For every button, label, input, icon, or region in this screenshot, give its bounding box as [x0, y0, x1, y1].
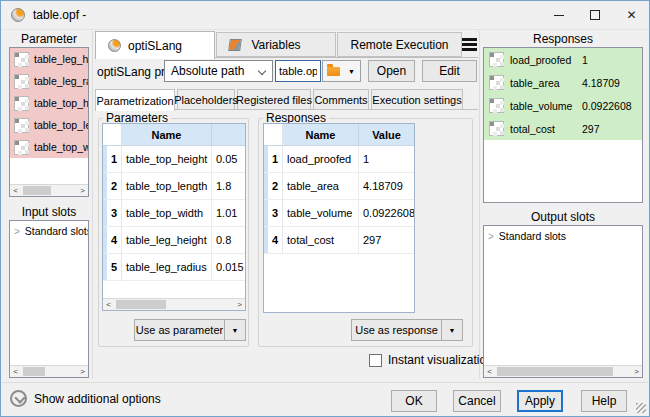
value-cell[interactable]: 1 [359, 146, 414, 173]
corner-header-cell[interactable] [103, 124, 122, 146]
right-splitter[interactable] [479, 31, 480, 379]
response-list-item[interactable]: load_proofed 1 [484, 48, 642, 71]
scroll-left-icon[interactable]: < [10, 185, 21, 196]
scroll-left-icon[interactable]: < [10, 366, 21, 377]
value-cell[interactable]: 4.18709 [359, 173, 414, 200]
tab-execution-settings[interactable]: Execution settings [371, 89, 463, 110]
scrollbar-thumb[interactable] [497, 367, 613, 376]
name-cell[interactable]: table_top_width [122, 200, 212, 227]
parameter-list-item[interactable]: table_leg_radius [10, 70, 88, 92]
tab-remote-execution[interactable]: Remote Execution [337, 32, 462, 57]
row-header[interactable]: 3 [103, 200, 122, 227]
parameter-list-item[interactable]: table_leg_height [10, 48, 88, 70]
name-cell[interactable]: table_area [283, 173, 359, 200]
instant-visualization-checkbox[interactable] [369, 354, 382, 367]
show-additional-options-label[interactable]: Show additional options [34, 392, 161, 406]
cancel-button[interactable]: Cancel [453, 390, 501, 412]
name-cell[interactable]: total_cost [283, 227, 359, 254]
tree-expander-icon[interactable]: > [488, 231, 494, 242]
scrollbar-thumb[interactable] [23, 186, 51, 195]
response-list-item[interactable]: table_area 4.18709 [484, 71, 642, 94]
input-slots-hscrollbar[interactable]: < > [10, 365, 88, 377]
name-cell[interactable]: load_proofed [283, 146, 359, 173]
parameters-table-hscrollbar[interactable]: < > [103, 298, 245, 310]
apply-button[interactable]: Apply [517, 390, 563, 412]
name-column-header[interactable]: Name [283, 124, 359, 146]
value-cell[interactable]: 0.8 [212, 227, 245, 254]
tree-expander-icon[interactable]: > [14, 226, 20, 237]
scroll-left-icon[interactable]: < [484, 366, 495, 377]
row-header[interactable]: 3 [264, 200, 283, 227]
name-cell[interactable]: table_leg_radius [122, 254, 212, 281]
use-as-response-dropdown[interactable]: ▼ [442, 319, 463, 341]
parameter-list-hscrollbar[interactable]: < > [10, 184, 88, 196]
tab-placeholders[interactable]: Placeholders [177, 89, 235, 110]
ok-button[interactable]: OK [391, 390, 437, 412]
parameter-grid-icon [14, 52, 29, 67]
menu-hamburger-icon[interactable] [462, 38, 477, 51]
row-header[interactable]: 2 [103, 173, 122, 200]
scroll-right-icon[interactable]: > [234, 299, 245, 310]
row-header[interactable]: 1 [103, 146, 122, 173]
tab-parametrization[interactable]: Parametrization [95, 89, 175, 111]
row-header[interactable]: 4 [103, 227, 122, 254]
optislang-sphere-icon [108, 39, 121, 52]
row-header[interactable]: 1 [264, 146, 283, 173]
value-cell[interactable]: 1.8 [212, 173, 245, 200]
value-cell[interactable]: 0.015 [212, 254, 245, 281]
parameter-list-item[interactable]: table_top_width [10, 136, 88, 158]
value-cell[interactable]: 0.0922608 [359, 200, 414, 227]
left-splitter[interactable] [92, 31, 93, 379]
name-column-header[interactable]: Name [122, 124, 212, 146]
use-as-parameter-button[interactable]: Use as parameter [134, 319, 225, 341]
parameters-table-header: Name [103, 124, 245, 146]
scroll-right-icon[interactable]: > [77, 185, 88, 196]
name-cell[interactable]: table_top_length [122, 173, 212, 200]
close-button[interactable]: ✕ [613, 1, 650, 29]
value-cell[interactable]: 0.05 [212, 146, 245, 173]
show-additional-options-expander[interactable] [10, 390, 27, 407]
path-type-dropdown[interactable]: Absolute path [164, 60, 273, 82]
scroll-right-icon[interactable]: > [631, 366, 642, 377]
parameter-list-item[interactable]: table_top_height [10, 92, 88, 114]
use-as-response-button[interactable]: Use as response [351, 319, 442, 341]
tab-variables[interactable]: Variables [216, 32, 336, 57]
open-button[interactable]: Open [368, 60, 415, 82]
resize-grip[interactable] [636, 403, 646, 413]
minimize-button[interactable] [541, 1, 577, 29]
tab-registered-files[interactable]: Registered files [237, 89, 311, 110]
project-file-input[interactable] [275, 60, 321, 82]
parameter-item-label: table_leg_radius [34, 75, 88, 87]
scrollbar-thumb[interactable] [116, 300, 166, 309]
table-row: 4 total_cost 297 [264, 227, 414, 254]
input-slots-standard-item[interactable]: > Standard slots [10, 221, 88, 241]
row-header[interactable]: 4 [264, 227, 283, 254]
tab-optislang[interactable]: optiSLang [95, 31, 215, 59]
output-slots-standard-item[interactable]: > Standard slots [484, 226, 642, 246]
name-cell[interactable]: table_leg_height [122, 227, 212, 254]
value-column-header[interactable] [212, 124, 245, 146]
value-column-header[interactable]: Value [359, 124, 414, 146]
edit-button[interactable]: Edit [422, 60, 477, 82]
response-list-item[interactable]: table_volume 0.0922608 [484, 94, 642, 117]
table-row: 3 table_volume 0.0922608 [264, 200, 414, 227]
output-slots-hscrollbar[interactable]: < > [484, 365, 642, 377]
tab-comments[interactable]: Comments [313, 89, 369, 110]
scroll-left-icon[interactable]: < [103, 299, 114, 310]
value-cell[interactable]: 297 [359, 227, 414, 254]
use-as-parameter-dropdown[interactable]: ▼ [225, 319, 246, 341]
parameter-list-item[interactable]: table_top_length [10, 114, 88, 136]
corner-header-cell[interactable] [264, 124, 283, 146]
browse-file-button[interactable] [322, 60, 344, 82]
value-cell[interactable]: 1.01 [212, 200, 245, 227]
response-list-item[interactable]: total_cost 297 [484, 117, 642, 140]
scroll-right-icon[interactable]: > [77, 366, 88, 377]
browse-dropdown-button[interactable]: ▼ [343, 60, 361, 82]
maximize-button[interactable] [577, 1, 613, 29]
row-header[interactable]: 2 [264, 173, 283, 200]
row-header[interactable]: 5 [103, 254, 122, 281]
scrollbar-thumb[interactable] [23, 367, 45, 376]
help-button[interactable]: Help [581, 390, 627, 412]
name-cell[interactable]: table_top_height [122, 146, 212, 173]
name-cell[interactable]: table_volume [283, 200, 359, 227]
